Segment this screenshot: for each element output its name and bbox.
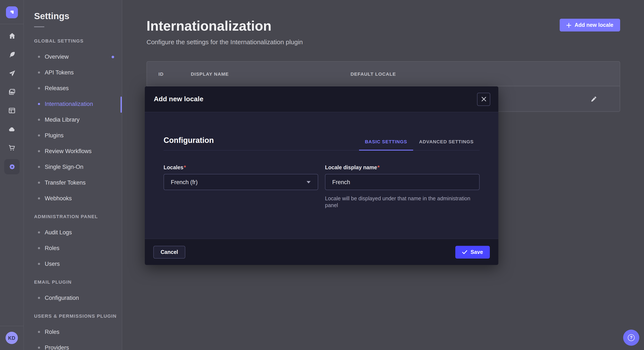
layout-panel-icon[interactable] bbox=[4, 103, 20, 118]
question-mark-icon: ? bbox=[628, 334, 635, 341]
display-name-label: Locale display name* bbox=[325, 165, 480, 171]
notification-dot bbox=[112, 55, 114, 58]
sidebar-title-divider bbox=[34, 26, 44, 27]
bullet-icon bbox=[38, 263, 40, 265]
sidebar-item-api-tokens[interactable]: API Tokens bbox=[34, 65, 122, 80]
chevron-down-icon bbox=[306, 180, 311, 183]
sidebar-item-webhooks[interactable]: Webhooks bbox=[34, 190, 122, 206]
locales-select-value: French (fr) bbox=[171, 179, 198, 185]
active-page-indicator bbox=[120, 97, 122, 113]
icon-rail: KD bbox=[0, 0, 24, 350]
column-header-id: ID bbox=[158, 71, 191, 76]
rail-divider bbox=[0, 24, 24, 24]
media-library-icon[interactable] bbox=[4, 84, 20, 100]
rail-bottom-divider bbox=[0, 326, 24, 326]
sidebar-title: Settings bbox=[34, 11, 122, 21]
bullet-icon bbox=[38, 134, 40, 137]
table-header-row: ID DISPLAY NAME DEFAULT LOCALE bbox=[147, 62, 620, 86]
bullet-icon bbox=[38, 119, 40, 121]
sidebar-item-review-workflows[interactable]: Review Workflows bbox=[34, 143, 122, 159]
add-new-locale-button[interactable]: Add new locale bbox=[560, 19, 620, 31]
modal-title: Add new locale bbox=[154, 95, 204, 103]
users-permissions-nav: Roles Providers bbox=[34, 324, 122, 350]
page-header: Internationalization Configure the setti… bbox=[146, 17, 303, 46]
column-header-display-name: DISPLAY NAME bbox=[191, 71, 350, 76]
sidebar-item-releases[interactable]: Releases bbox=[34, 80, 122, 96]
sidebar-item-media-library[interactable]: Media Library bbox=[34, 112, 122, 128]
modal-header: Add new locale bbox=[145, 86, 498, 112]
required-asterisk: * bbox=[378, 165, 380, 171]
save-button[interactable]: Save bbox=[455, 246, 490, 258]
bullet-icon bbox=[38, 103, 40, 105]
edit-locale-button[interactable] bbox=[587, 93, 599, 105]
bullet-icon bbox=[38, 71, 40, 74]
page-subtitle: Configure the settings for the Internati… bbox=[146, 38, 303, 46]
content-builder-feather-icon[interactable] bbox=[4, 47, 20, 62]
cancel-button[interactable]: Cancel bbox=[153, 246, 185, 258]
bullet-icon bbox=[38, 87, 40, 89]
sidebar-item-single-sign-on[interactable]: Single Sign-On bbox=[34, 159, 122, 175]
bullet-icon bbox=[38, 297, 40, 299]
display-name-input[interactable] bbox=[325, 174, 480, 190]
pencil-icon bbox=[590, 96, 596, 102]
home-icon[interactable] bbox=[4, 28, 20, 43]
settings-gear-icon[interactable] bbox=[4, 159, 20, 174]
section-administration-panel: ADMINISTRATION PANEL bbox=[34, 214, 122, 219]
tab-advanced-settings[interactable]: ADVANCED SETTINGS bbox=[413, 139, 480, 150]
settings-tabs: BASIC SETTINGS ADVANCED SETTINGS bbox=[359, 139, 480, 150]
display-name-hint: Locale will be displayed under that name… bbox=[325, 195, 479, 209]
bullet-icon bbox=[38, 231, 40, 233]
check-icon bbox=[462, 250, 467, 254]
section-global-settings: GLOBAL SETTINGS bbox=[34, 38, 122, 43]
administration-panel-nav: Audit Logs Roles Users bbox=[34, 224, 122, 272]
avatar[interactable]: KD bbox=[6, 332, 18, 344]
sidebar-item-overview[interactable]: Overview bbox=[34, 49, 122, 65]
sidebar-item-transfer-tokens[interactable]: Transfer Tokens bbox=[34, 175, 122, 190]
locales-field: Locales* French (fr) bbox=[164, 165, 318, 209]
sidebar-item-admin-roles[interactable]: Roles bbox=[34, 240, 122, 256]
cloud-icon[interactable] bbox=[4, 122, 20, 137]
sidebar-item-up-providers[interactable]: Providers bbox=[34, 340, 122, 350]
configuration-title: Configuration bbox=[164, 136, 214, 145]
sidebar-item-admin-users[interactable]: Users bbox=[34, 256, 122, 272]
help-button[interactable]: ? bbox=[623, 330, 639, 346]
modal-footer: Cancel Save bbox=[145, 239, 498, 265]
bullet-icon bbox=[38, 347, 40, 349]
close-icon bbox=[481, 97, 486, 102]
global-settings-nav: Overview API Tokens Releases Internation… bbox=[34, 49, 122, 206]
tab-basic-settings[interactable]: BASIC SETTINGS bbox=[359, 139, 413, 150]
bullet-icon bbox=[38, 247, 40, 249]
sidebar-item-audit-logs[interactable]: Audit Logs bbox=[34, 224, 122, 240]
sidebar-item-internationalization[interactable]: Internationalization bbox=[34, 96, 122, 112]
configuration-section-header: Configuration BASIC SETTINGS ADVANCED SE… bbox=[164, 112, 480, 151]
locale-form-fields: Locales* French (fr) Locale display name… bbox=[164, 165, 480, 209]
section-email-plugin: EMAIL PLUGIN bbox=[34, 279, 122, 285]
bullet-icon bbox=[38, 197, 40, 199]
bullet-icon bbox=[38, 56, 40, 58]
bullet-icon bbox=[38, 150, 40, 152]
plus-icon bbox=[566, 23, 571, 27]
locales-label: Locales* bbox=[164, 165, 318, 171]
strapi-logo[interactable] bbox=[6, 6, 18, 18]
marketplace-cart-icon[interactable] bbox=[4, 140, 20, 156]
page-title: Internationalization bbox=[146, 17, 303, 34]
column-header-default-locale: DEFAULT LOCALE bbox=[350, 71, 620, 76]
locales-select[interactable]: French (fr) bbox=[164, 174, 318, 190]
display-name-field: Locale display name* Locale will be disp… bbox=[325, 165, 480, 209]
paper-plane-icon[interactable] bbox=[4, 65, 20, 81]
app-window: Internationalization Configure the setti… bbox=[0, 0, 644, 350]
sidebar-item-up-roles[interactable]: Roles bbox=[34, 324, 122, 340]
bullet-icon bbox=[38, 181, 40, 184]
bullet-icon bbox=[38, 331, 40, 333]
required-asterisk: * bbox=[184, 165, 186, 171]
settings-sidebar: Settings GLOBAL SETTINGS Overview API To… bbox=[24, 0, 122, 350]
email-plugin-nav: Configuration bbox=[34, 290, 122, 306]
add-locale-modal: Add new locale Configuration BASIC SETTI… bbox=[145, 86, 498, 265]
sidebar-item-email-configuration[interactable]: Configuration bbox=[34, 290, 122, 306]
close-button[interactable] bbox=[477, 93, 490, 106]
modal-body: Configuration BASIC SETTINGS ADVANCED SE… bbox=[145, 112, 498, 239]
section-users-permissions-plugin: USERS & PERMISSIONS PLUGIN bbox=[34, 313, 122, 319]
sidebar-item-plugins[interactable]: Plugins bbox=[34, 128, 122, 143]
bullet-icon bbox=[38, 166, 40, 168]
